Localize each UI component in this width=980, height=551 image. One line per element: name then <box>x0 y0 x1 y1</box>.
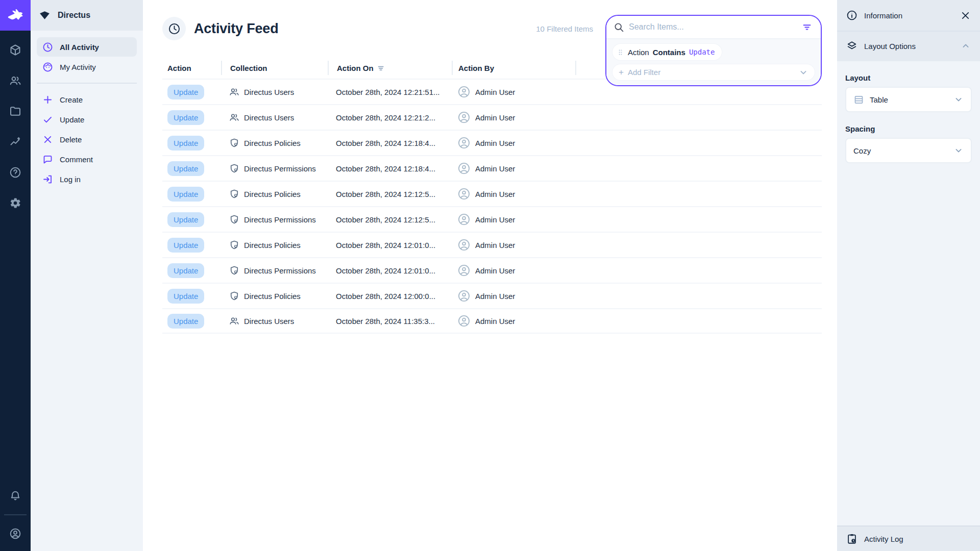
sidebar-item-delete[interactable]: Delete <box>37 130 137 149</box>
users-module-button[interactable] <box>0 65 31 96</box>
close-icon <box>42 134 53 145</box>
filter-icon[interactable] <box>801 21 813 33</box>
sidebar-item-create[interactable]: Create <box>37 90 137 109</box>
sidebar-item-all-activity[interactable]: All Activity <box>37 37 137 57</box>
directus-logo[interactable] <box>0 0 31 31</box>
clipboard-clock-icon <box>846 533 857 544</box>
gear-icon <box>9 197 21 209</box>
insights-icon <box>9 136 21 148</box>
action-by-cell: Admin User <box>452 162 575 175</box>
sidebar-item-label: Comment <box>60 155 93 164</box>
action-badge: Update <box>167 314 204 329</box>
column-header-action-by[interactable]: Action By <box>452 61 575 75</box>
search-bar <box>606 16 821 38</box>
information-header[interactable]: Information <box>837 0 980 31</box>
table-row[interactable]: Update Directus Policies October 28th, 2… <box>162 181 822 206</box>
action-cell: Update <box>162 238 221 253</box>
action-by-cell: Admin User <box>452 289 575 303</box>
layout-field-label: Layout <box>845 73 972 82</box>
layout-select-value: Table <box>870 95 888 104</box>
collection-name: Directus Users <box>244 113 294 122</box>
sidebar-item-comment[interactable]: Comment <box>37 149 137 169</box>
main-content: Activity Feed 10 Filtered Items Action C… <box>143 0 837 551</box>
action-by-name: Admin User <box>475 190 515 198</box>
collection-policy-icon <box>229 265 239 276</box>
face-icon <box>42 62 53 72</box>
help-module-button[interactable] <box>0 157 31 188</box>
column-header-action[interactable]: Action <box>162 61 221 75</box>
action-on-cell: October 28th, 2024 11:35:3... <box>328 317 452 325</box>
action-by-cell: Admin User <box>452 136 575 149</box>
table-row[interactable]: Update Directus Policies October 28th, 2… <box>162 130 822 155</box>
sidebar-item-label: Update <box>60 115 84 124</box>
table-row[interactable]: Update Directus Permissions October 28th… <box>162 155 822 181</box>
filter-field: Action <box>628 48 649 57</box>
cube-icon <box>9 44 21 56</box>
spacing-field-label: Spacing <box>845 124 972 133</box>
search-input[interactable] <box>629 22 797 32</box>
title-badge <box>162 17 186 40</box>
action-cell: Update <box>162 110 221 125</box>
action-on-cell: October 28th, 2024 12:21:51... <box>328 88 452 96</box>
table-row[interactable]: Update Directus Users October 28th, 2024… <box>162 104 822 130</box>
avatar-icon <box>457 314 471 328</box>
project-name: Directus <box>58 11 90 20</box>
sidebar-item-update[interactable]: Update <box>37 110 137 129</box>
collection-name: Directus Policies <box>244 190 301 198</box>
layers-icon <box>846 40 857 52</box>
action-cell: Update <box>162 314 221 329</box>
files-module-button[interactable] <box>0 96 31 127</box>
action-by-cell: Admin User <box>452 111 575 124</box>
action-cell: Update <box>162 289 221 304</box>
avatar-icon <box>457 162 471 175</box>
activity-log-button[interactable]: Activity Log <box>837 525 980 551</box>
collection-policy-icon <box>229 163 239 173</box>
filter-value: Update <box>689 48 715 56</box>
action-on-cell: October 28th, 2024 12:18:4... <box>328 164 452 173</box>
filter-chip[interactable]: Action Contains Update <box>612 44 722 60</box>
user-avatar-button[interactable] <box>0 518 31 549</box>
nav-divider <box>37 83 137 84</box>
collection-users-icon <box>229 87 239 97</box>
layout-options-header[interactable]: Layout Options <box>837 31 980 61</box>
spacing-select[interactable]: Cozy <box>845 138 972 163</box>
column-header-collection[interactable]: Collection <box>221 61 328 75</box>
collection-users-icon <box>229 316 239 326</box>
page-title: Activity Feed <box>194 21 278 37</box>
add-filter-button[interactable]: + Add Filter <box>612 64 815 80</box>
column-header-action-on[interactable]: Action On <box>328 61 452 75</box>
notifications-button[interactable] <box>0 481 31 511</box>
close-icon[interactable] <box>960 10 971 21</box>
comment-icon <box>42 154 53 165</box>
action-by-cell: Admin User <box>452 238 575 252</box>
sidebar-item-label: All Activity <box>60 43 99 52</box>
content-module-button[interactable] <box>0 35 31 65</box>
action-by-name: Admin User <box>475 241 515 249</box>
layout-options-body: Layout Table Spacing Cozy <box>837 61 980 525</box>
layout-select[interactable]: Table <box>845 87 972 112</box>
table-row[interactable]: Update Directus Policies October 28th, 2… <box>162 232 822 257</box>
collection-policy-icon <box>229 138 239 148</box>
insights-module-button[interactable] <box>0 127 31 157</box>
table-row[interactable]: Update Directus Permissions October 28th… <box>162 206 822 232</box>
check-icon <box>42 114 53 125</box>
settings-module-button[interactable] <box>0 188 31 218</box>
module-nav <box>0 35 31 218</box>
sidebar-item-label: My Activity <box>60 63 96 71</box>
table-row[interactable]: Update Directus Users October 28th, 2024… <box>162 308 822 334</box>
table-row[interactable]: Update Directus Permissions October 28th… <box>162 257 822 283</box>
app-window: Directus All Activity My Activity Create… <box>0 0 980 551</box>
sidebar-item-my-activity[interactable]: My Activity <box>37 57 137 77</box>
sidebar-item-login[interactable]: Log in <box>37 169 137 189</box>
action-badge: Update <box>167 136 204 151</box>
action-by-cell: Admin User <box>452 264 575 277</box>
action-cell: Update <box>162 212 221 227</box>
action-on-cell: October 28th, 2024 12:12:5... <box>328 190 452 198</box>
table-row[interactable]: Update Directus Policies October 28th, 2… <box>162 283 822 308</box>
collection-cell: Directus Policies <box>221 189 328 199</box>
filter-operator: Contains <box>653 48 685 57</box>
project-switcher[interactable]: Directus <box>31 0 143 31</box>
action-cell: Update <box>162 187 221 202</box>
module-bar <box>0 0 31 551</box>
sidebar-item-label: Delete <box>60 135 82 144</box>
